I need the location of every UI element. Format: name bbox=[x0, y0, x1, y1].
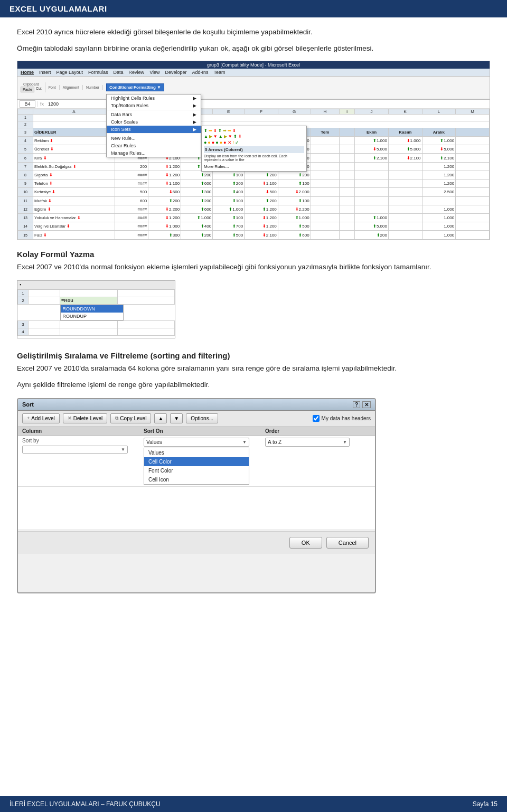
gelismis-text-1: Excel 2007 ve 2010'da sıralamada 64 kolo… bbox=[17, 363, 490, 374]
tab-review[interactable]: Review bbox=[129, 70, 145, 75]
formula-row-4: 4 bbox=[18, 328, 175, 335]
col-k-header: K bbox=[388, 109, 422, 114]
delete-level-button[interactable]: ✕ Delete Level bbox=[63, 413, 108, 423]
sort-toolbar: + Add Level ✕ Delete Level ⧉ Copy Level … bbox=[18, 411, 375, 427]
copy-level-button[interactable]: ⧉ Copy Level bbox=[110, 413, 151, 423]
tab-home[interactable]: Home bbox=[21, 70, 34, 75]
cf-divider-2 bbox=[107, 134, 201, 134]
alignment-group: Alignment bbox=[63, 85, 83, 90]
tab-formulas[interactable]: Formulas bbox=[88, 70, 108, 75]
cf-manage-rules[interactable]: Manage Rules... bbox=[107, 149, 201, 157]
cf-new-rule[interactable]: New Rule... bbox=[107, 135, 201, 142]
my-data-has-headers-label: My data has headers bbox=[322, 416, 371, 421]
styles-group: Conditional Formatting ▼ Highlight Cells… bbox=[106, 83, 164, 91]
col-g-header: G bbox=[278, 109, 311, 114]
excel-ribbon-body: Clipboard Paste Cut Font Alignment Numbe… bbox=[17, 77, 490, 100]
icon-row-2: ▲ ▶ ▼ ▲ ▶ ▼ ⬆ ⬇ bbox=[204, 134, 304, 139]
footer-left: İLERİ EXCEL UYGULAMALARI – FARUK ÇUBUKÇU bbox=[10, 800, 161, 808]
sort-by-dropdown[interactable]: ▼ bbox=[22, 446, 128, 454]
kolay-title: Kolay Formül Yazma bbox=[17, 250, 490, 259]
sort-col-header-column: Column bbox=[22, 428, 144, 434]
cf-clear-rules[interactable]: Clear Rules bbox=[107, 142, 201, 149]
add-level-label: Add Level bbox=[31, 416, 54, 421]
sort-close-icon[interactable]: ✕ bbox=[362, 401, 371, 408]
options-button[interactable]: Options... bbox=[186, 413, 218, 423]
formula-active-cell[interactable]: =Rou bbox=[60, 297, 118, 304]
tab-page-layout[interactable]: Page Layout bbox=[57, 70, 83, 75]
table-row: 10 Kırtasiye ⬇ 500 ⬇600 ⬆300 ⬆400 ⬇500 ⬇… bbox=[18, 188, 490, 196]
sort-order-arrow: ▼ bbox=[343, 440, 347, 445]
sort-option-cell-color[interactable]: Cell Color bbox=[144, 457, 249, 466]
table-row: 14 Vergi ve Lisanslar ⬇ #### ⬇1.000 ⬆400… bbox=[18, 222, 490, 231]
tab-view[interactable]: View bbox=[149, 70, 159, 75]
table-row: 15 Faiz ⬇ #### ⬆300 ⬆200 ⬆500 ⬇2.100 ⬆60… bbox=[18, 231, 490, 239]
sort-table-row: Sort by ▼ Values ▼ Values Cell Color Fon… bbox=[18, 436, 375, 487]
sort-column-cell: Sort by ▼ bbox=[22, 438, 144, 454]
cf-icon-sets[interactable]: Icon Sets▶ bbox=[107, 126, 201, 133]
sort-on-dropdown[interactable]: Values ▼ bbox=[144, 438, 249, 447]
sort-cancel-button[interactable]: Cancel bbox=[326, 537, 369, 549]
cf-topbottom-rules[interactable]: Top/Bottom Rules▶ bbox=[107, 102, 201, 109]
table-row: 11 Mutfak ⬇ 600 ⬆200 ⬆200 ⬆100 ⬆200 ⬆100 bbox=[18, 196, 490, 205]
move-up-button[interactable]: ▲ bbox=[154, 413, 167, 423]
icon-row-shapes: ● ● ● ● ● ● ✕ ! ✓ bbox=[204, 140, 304, 145]
sort-on-dropdown-popup: Values Cell Color Font Color Cell Icon bbox=[144, 448, 249, 485]
formula-bar: B4 fx 1200 bbox=[17, 100, 490, 109]
formula-autocomplete-dropdown: ROUNDDOWN ROUNDUP bbox=[60, 305, 124, 320]
tab-insert[interactable]: Insert bbox=[39, 70, 51, 75]
intro-paragraph-2: Örneğin tablodaki sayıların birbirine or… bbox=[17, 43, 490, 54]
delete-level-icon: ✕ bbox=[68, 416, 72, 421]
add-level-button[interactable]: + Add Level bbox=[22, 413, 60, 423]
cf-color-scales[interactable]: Color Scales▶ bbox=[107, 118, 201, 126]
kolay-text: Excel 2007 ve 2010'da normal fonksiyon e… bbox=[17, 262, 490, 273]
cf-highlight-rules[interactable]: Highlight Cells Rules▶ bbox=[107, 95, 201, 102]
options-label: Options... bbox=[191, 416, 213, 421]
sort-option-values[interactable]: Values bbox=[144, 448, 249, 457]
copy-level-label: Copy Level bbox=[120, 416, 146, 421]
formula-row-2: 2 =Rou bbox=[18, 297, 175, 304]
paste-button[interactable]: Paste bbox=[21, 87, 34, 92]
col-e-header: E bbox=[213, 109, 245, 114]
tab-team[interactable]: Team bbox=[214, 70, 226, 75]
sort-on-dropdown-value: Values bbox=[146, 439, 162, 445]
sort-by-dropdown-arrow: ▼ bbox=[121, 447, 125, 452]
cf-dropdown: Highlight Cells Rules▶ Top/Bottom Rules▶… bbox=[106, 94, 201, 157]
copy-level-icon: ⧉ bbox=[115, 416, 118, 421]
cf-data-bars[interactable]: Data Bars▶ bbox=[107, 111, 201, 118]
cf-divider-1 bbox=[107, 110, 201, 110]
sort-order-value: A to Z bbox=[268, 439, 281, 445]
sort-option-font-color[interactable]: Font Color bbox=[144, 466, 249, 475]
formula-table: 1 2 =Rou ROUNDDOWN ROUNDUP bbox=[17, 289, 175, 336]
icon-sets-desc: Display an icon from the icon set in eac… bbox=[204, 154, 304, 162]
table-row: 13 Yolculuk ve Harcamalar ⬇ #### ⬇1.200 … bbox=[18, 214, 490, 222]
conditional-formatting-btn[interactable]: Conditional Formatting ▼ bbox=[106, 83, 164, 91]
icon-sets-popup: ⬆ ➡ ⬇ ⬆ ➡ ➡ ⬇ ▲ ▶ ▼ ▲ bbox=[201, 126, 307, 172]
sort-dialog-title: Sort bbox=[22, 401, 34, 408]
sort-on-cell: Values ▼ Values Cell Color Font Color Ce… bbox=[144, 438, 265, 485]
tab-data[interactable]: Data bbox=[114, 70, 124, 75]
col-l-header: L bbox=[422, 109, 456, 114]
col-a-header: A bbox=[33, 109, 115, 114]
formula-row-3: 3 bbox=[18, 320, 175, 328]
tab-add-ins[interactable]: Add-Ins bbox=[192, 70, 209, 75]
sort-ok-button[interactable]: OK bbox=[289, 537, 322, 549]
move-down-button[interactable]: ▼ bbox=[170, 413, 183, 423]
delete-level-label: Delete Level bbox=[73, 416, 103, 421]
cell-ref[interactable]: B4 bbox=[20, 100, 35, 108]
sort-option-cell-icon[interactable]: Cell Icon bbox=[144, 475, 249, 484]
sort-dialog-screenshot: Sort ? ✕ + Add Level ✕ Delete Level ⧉ Co… bbox=[17, 398, 376, 593]
formula-screenshot: ▪ 1 2 =Rou ROUNDDOWN ROU bbox=[17, 280, 175, 338]
page-content: Excel 2010 ayrıca hücrelere eklediği gör… bbox=[0, 17, 507, 648]
formula-option-rounddown[interactable]: ROUNDDOWN bbox=[61, 305, 123, 313]
table-row: 12 Eğitim ⬇ #### ⬇2.200 ⬆600 ⬆1.000 ⬆1.2… bbox=[18, 205, 490, 213]
col-f-header: F bbox=[245, 109, 278, 114]
more-rules-option[interactable]: More Rules... bbox=[204, 163, 304, 169]
tab-developer[interactable]: Developer bbox=[165, 70, 186, 75]
page-footer: İLERİ EXCEL UYGULAMALARI – FARUK ÇUBUKÇU… bbox=[0, 796, 507, 812]
excel-titlebar: grup3 [Compatibility Mode] - Microsoft E… bbox=[17, 61, 490, 69]
sort-order-dropdown[interactable]: A to Z ▼ bbox=[265, 438, 350, 447]
my-data-has-headers-checkbox[interactable] bbox=[313, 415, 320, 422]
formula-option-roundup[interactable]: ROUNDUP bbox=[61, 313, 123, 320]
sort-help-icon[interactable]: ? bbox=[353, 401, 360, 408]
table-row: 9 Telefon ⬇ #### ⬇1.100 ⬆600 ⬆200 ⬇1.100… bbox=[18, 180, 490, 188]
